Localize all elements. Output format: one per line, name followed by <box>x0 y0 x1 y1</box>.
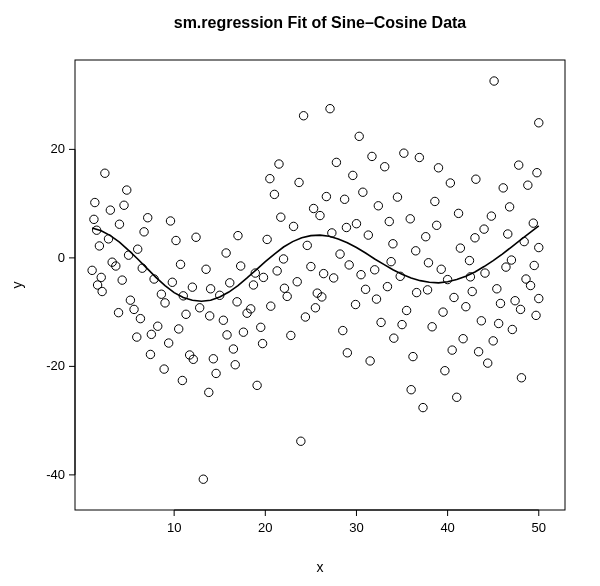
data-point <box>266 174 274 182</box>
data-point <box>349 171 357 179</box>
data-point <box>462 303 470 311</box>
data-point <box>231 361 239 369</box>
data-point <box>123 186 131 194</box>
data-point <box>95 242 103 250</box>
data-point <box>474 348 482 356</box>
data-point <box>205 388 213 396</box>
data-point <box>219 316 227 324</box>
data-point <box>175 325 183 333</box>
data-point <box>400 149 408 157</box>
data-point <box>340 195 348 203</box>
data-point <box>423 286 431 294</box>
data-point <box>133 245 141 253</box>
data-point <box>494 319 502 327</box>
x-tick-label: 30 <box>349 520 363 535</box>
data-point <box>307 262 315 270</box>
data-point <box>355 132 363 140</box>
data-point <box>160 365 168 373</box>
data-point <box>434 164 442 172</box>
data-point <box>161 299 169 307</box>
data-point <box>345 261 353 269</box>
data-point <box>343 349 351 357</box>
data-point <box>263 235 271 243</box>
data-point <box>293 278 301 286</box>
data-point <box>192 233 200 241</box>
y-tick-label: -40 <box>46 467 65 482</box>
data-point <box>398 320 406 328</box>
data-point <box>407 386 415 394</box>
data-point <box>468 287 476 295</box>
data-point <box>524 181 532 189</box>
data-point <box>280 284 288 292</box>
data-point <box>303 241 311 249</box>
data-point <box>279 255 287 263</box>
data-point <box>387 257 395 265</box>
data-point <box>130 305 138 313</box>
data-point <box>406 215 414 223</box>
data-point <box>502 263 510 271</box>
data-point <box>515 161 523 169</box>
data-point <box>275 160 283 168</box>
data-point <box>412 247 420 255</box>
data-point <box>106 206 114 214</box>
data-point <box>311 304 319 312</box>
data-point <box>472 175 480 183</box>
data-point <box>140 228 148 236</box>
data-point <box>516 305 524 313</box>
data-point <box>339 326 347 334</box>
data-point <box>97 273 105 281</box>
data-point <box>295 178 303 186</box>
data-point <box>147 330 155 338</box>
data-point <box>530 261 538 269</box>
data-point <box>505 203 513 211</box>
data-point <box>535 243 543 251</box>
data-point <box>477 317 485 325</box>
data-point <box>487 212 495 220</box>
data-point <box>236 262 244 270</box>
data-point <box>385 217 393 225</box>
data-point <box>508 325 516 333</box>
data-point <box>91 198 99 206</box>
data-point <box>471 234 479 242</box>
data-point <box>168 278 176 286</box>
data-point <box>267 302 275 310</box>
data-point <box>381 163 389 171</box>
x-tick-label: 10 <box>167 520 181 535</box>
data-point <box>489 337 497 345</box>
data-point <box>182 310 190 318</box>
data-point <box>372 295 380 303</box>
data-point <box>283 292 291 300</box>
data-point <box>533 169 541 177</box>
data-point <box>402 306 410 314</box>
y-tick-label: 0 <box>58 250 65 265</box>
data-point <box>258 339 266 347</box>
data-point <box>202 265 210 273</box>
data-point <box>480 225 488 233</box>
data-point <box>222 249 230 257</box>
data-point <box>229 345 237 353</box>
data-point <box>535 294 543 302</box>
data-point <box>273 267 281 275</box>
data-point <box>352 219 360 227</box>
data-point <box>336 250 344 258</box>
y-tick-label: -20 <box>46 358 65 373</box>
data-point <box>437 265 445 273</box>
data-point <box>309 204 317 212</box>
y-tick-label: 20 <box>51 141 65 156</box>
data-point <box>322 192 330 200</box>
data-point <box>357 270 365 278</box>
data-point <box>239 328 247 336</box>
data-point <box>496 299 504 307</box>
data-point <box>453 393 461 401</box>
data-point <box>412 288 420 296</box>
data-point <box>441 367 449 375</box>
data-point <box>206 285 214 293</box>
data-point <box>448 346 456 354</box>
x-tick-label: 20 <box>258 520 272 535</box>
data-point <box>209 355 217 363</box>
data-point <box>370 266 378 274</box>
data-point <box>154 322 162 330</box>
data-point <box>493 285 501 293</box>
data-point <box>136 314 144 322</box>
data-point <box>289 222 297 230</box>
